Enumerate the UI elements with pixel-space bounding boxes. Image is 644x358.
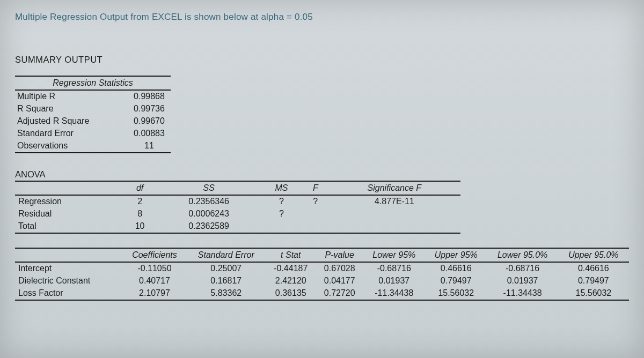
cell: 2 (122, 195, 157, 208)
cell: 8 (122, 208, 157, 220)
cell (328, 208, 460, 220)
col-header: Upper 95% (425, 248, 487, 262)
col-header: F (303, 181, 328, 195)
anova-heading: ANOVA (15, 169, 629, 180)
cell: 0.2356346 (157, 195, 260, 208)
cell: 0.46616 (558, 262, 629, 275)
col-header: Coefficients (122, 248, 187, 262)
col-header: df (122, 181, 157, 195)
cell: 0.2362589 (157, 220, 260, 233)
regression-statistics-table: Regression Statistics Multiple R 0.99868… (15, 76, 171, 153)
cell: 0.72720 (316, 287, 363, 300)
cell (260, 220, 303, 233)
cell: -0.68716 (363, 262, 425, 275)
regstats-header: Regression Statistics (15, 76, 171, 90)
table-row: Dielectric Constant 0.40717 0.16817 2.42… (15, 275, 629, 287)
table-row: Regression 2 0.2356346 ? ? 4.877E-11 (15, 195, 460, 208)
cell: Total (15, 220, 122, 233)
cell: ? (260, 208, 303, 220)
cell: -0.11050 (122, 262, 187, 275)
cell: 15.56032 (558, 287, 629, 300)
regstats-value: 11 (128, 140, 171, 153)
cell: 0.01937 (487, 275, 558, 287)
regstats-label: Multiple R (15, 90, 128, 103)
table-row: Intercept -0.11050 0.25007 -0.44187 0.67… (15, 262, 629, 275)
table-row: Multiple R 0.99868 (15, 90, 171, 103)
coefficients-table: Coefficients Standard Error t Stat P-val… (15, 248, 629, 301)
cell: Regression (15, 195, 122, 208)
cell: 10 (122, 220, 157, 233)
cell: -0.68716 (487, 262, 558, 275)
cell: 0.67028 (316, 262, 363, 275)
cell: 0.25007 (187, 262, 266, 275)
cell: Residual (15, 208, 122, 220)
cell: -11.34438 (487, 287, 558, 300)
table-row: Observations 11 (15, 140, 171, 153)
page-title: Multiple Regression Output from EXCEL is… (15, 12, 629, 23)
cell: ? (260, 195, 303, 208)
col-header (15, 248, 122, 262)
cell: 0.0006243 (157, 208, 260, 220)
page-root: Multiple Regression Output from EXCEL is… (0, 0, 644, 358)
regstats-label: Observations (15, 140, 128, 153)
cell: 2.42120 (266, 275, 316, 287)
cell: 4.877E-11 (328, 195, 460, 208)
cell: 15.56032 (425, 287, 487, 300)
regstats-label: Adjusted R Square (15, 115, 128, 128)
table-header-row: Coefficients Standard Error t Stat P-val… (15, 248, 629, 262)
col-header: Lower 95% (363, 248, 425, 262)
cell: Loss Factor (15, 287, 122, 300)
cell: -0.44187 (266, 262, 316, 275)
col-header: Standard Error (187, 248, 266, 262)
cell: 0.40717 (122, 275, 187, 287)
table-row: Adjusted R Square 0.99670 (15, 115, 171, 128)
cell: Intercept (15, 262, 122, 275)
cell: Dielectric Constant (15, 275, 122, 287)
cell: 0.04177 (316, 275, 363, 287)
regstats-label: Standard Error (15, 128, 128, 140)
table-row: Residual 8 0.0006243 ? (15, 208, 460, 220)
table-row: R Square 0.99736 (15, 103, 171, 115)
regstats-value: 0.99670 (128, 115, 171, 128)
summary-output-heading: SUMMARY OUTPUT (15, 55, 629, 65)
col-header: Upper 95.0% (558, 248, 629, 262)
cell (303, 220, 328, 233)
anova-table: df SS MS F Significance F Regression 2 0… (15, 181, 460, 234)
cell: 0.46616 (425, 262, 487, 275)
col-header: t Stat (266, 248, 316, 262)
col-header: Significance F (328, 181, 460, 195)
cell: -11.34438 (363, 287, 425, 300)
cell: 2.10797 (122, 287, 187, 300)
col-header (15, 181, 122, 195)
cell: 0.79497 (558, 275, 629, 287)
cell (303, 208, 328, 220)
regstats-label: R Square (15, 103, 128, 115)
regstats-value: 0.00883 (128, 128, 171, 140)
table-row: Total 10 0.2362589 (15, 220, 460, 233)
col-header: SS (157, 181, 260, 195)
regstats-value: 0.99736 (128, 103, 171, 115)
cell: 0.36135 (266, 287, 316, 300)
table-row: Standard Error 0.00883 (15, 128, 171, 140)
regstats-value: 0.99868 (128, 90, 171, 103)
table-header-row: df SS MS F Significance F (15, 181, 460, 195)
col-header: Lower 95.0% (487, 248, 558, 262)
cell: 0.79497 (425, 275, 487, 287)
col-header: P-value (316, 248, 363, 262)
col-header: MS (260, 181, 303, 195)
cell: ? (303, 195, 328, 208)
cell: 0.01937 (363, 275, 425, 287)
cell: 0.16817 (187, 275, 266, 287)
cell: 5.83362 (187, 287, 266, 300)
cell (328, 220, 460, 233)
table-row: Loss Factor 2.10797 5.83362 0.36135 0.72… (15, 287, 629, 300)
